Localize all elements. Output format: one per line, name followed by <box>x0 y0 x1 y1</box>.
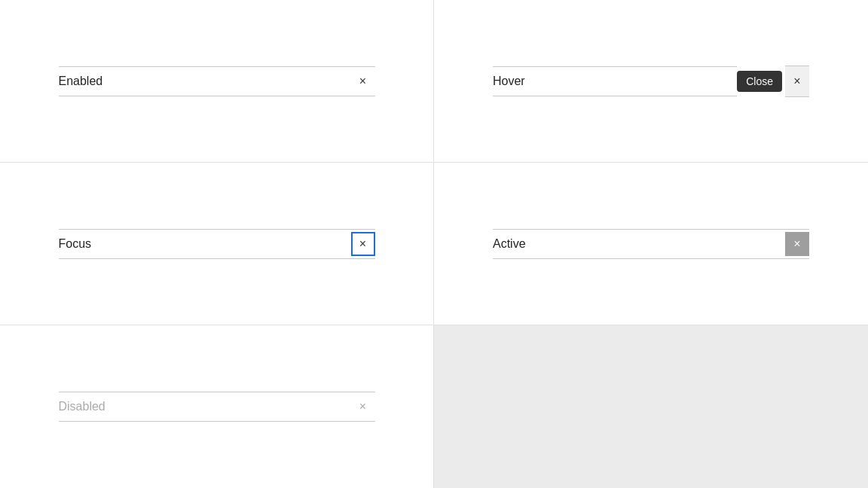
hover-x-icon: × <box>793 75 800 88</box>
disabled-input-wrapper: × <box>59 392 375 422</box>
hover-close-label: Close <box>746 75 773 87</box>
enabled-input-wrapper: × <box>59 66 375 96</box>
focus-input-wrapper: × <box>59 229 375 259</box>
focus-close-button[interactable]: × <box>351 232 375 256</box>
enabled-input[interactable] <box>59 66 375 96</box>
active-input-wrapper: × <box>493 229 809 259</box>
cell-enabled: × <box>0 0 434 163</box>
hover-input[interactable] <box>493 66 737 96</box>
disabled-close-icon: × <box>359 400 366 413</box>
cell-disabled: × <box>0 325 434 488</box>
disabled-close-button: × <box>351 395 375 419</box>
focus-close-icon: × <box>359 237 366 251</box>
cell-active: × <box>434 163 868 325</box>
enabled-close-button[interactable]: × <box>351 69 375 93</box>
hover-x-button[interactable]: × <box>785 66 809 97</box>
enabled-close-icon: × <box>359 75 366 88</box>
disabled-input <box>59 392 375 422</box>
active-close-icon: × <box>793 237 800 251</box>
active-close-button[interactable]: × <box>785 232 809 256</box>
cell-hover: Close × <box>434 0 868 163</box>
focus-input[interactable] <box>59 229 375 259</box>
hover-input-wrapper: Close × <box>493 66 809 97</box>
hover-close-pill[interactable]: Close <box>737 71 782 92</box>
cell-focus: × <box>0 163 434 325</box>
cell-empty <box>434 325 868 488</box>
states-grid: × Close × × × <box>0 0 868 488</box>
active-input[interactable] <box>493 229 809 259</box>
